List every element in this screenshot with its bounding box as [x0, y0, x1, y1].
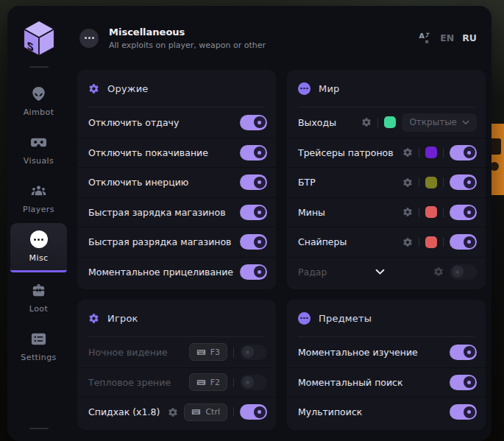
- row-label: Радар: [298, 267, 327, 278]
- row-label: Моментальное изучение: [298, 347, 418, 358]
- gear-icon[interactable]: [168, 407, 178, 417]
- left-column: Оружие Отключить отдачу Отключить покачи…: [77, 70, 276, 430]
- ellipsis-icon: [79, 29, 99, 48]
- sidebar-item-visuals[interactable]: Visuals: [10, 126, 67, 173]
- sidebar-top-divider: [29, 66, 49, 68]
- color-swatch[interactable]: [425, 147, 437, 158]
- hotkey-label: Ctrl: [205, 407, 220, 417]
- page-subtitle: All exploits on player, weapon or other: [109, 40, 266, 50]
- toggle-switch[interactable]: [450, 205, 477, 220]
- row-label: Спидхак (x1.8): [88, 406, 160, 417]
- toggle-switch[interactable]: [240, 234, 267, 250]
- section-header: Предметы: [298, 300, 475, 337]
- sidebar-item-aimbot[interactable]: Aimbot: [10, 77, 67, 124]
- sidebar-item-settings[interactable]: Settings: [10, 322, 67, 370]
- row-label: Тепловое зрение: [88, 377, 171, 388]
- toggle-switch[interactable]: [450, 345, 477, 360]
- hotkey-badge[interactable]: F3: [189, 343, 227, 361]
- divider: [233, 378, 234, 387]
- hotkey-badge[interactable]: Ctrl: [184, 403, 227, 421]
- row-label: БТР: [298, 177, 316, 188]
- section-items: Предметы Моментальное изучение Моменталь…: [287, 300, 486, 430]
- sg-cube-logo-icon: S G: [21, 19, 57, 59]
- row-fast-unload: Быстрая разрядка магазинов: [77, 227, 276, 257]
- page-header-text: Miscellaneous All exploits on player, we…: [109, 27, 266, 50]
- section-title: Игрок: [107, 313, 138, 324]
- section-player: Игрок Ночное видение F3: [77, 300, 276, 430]
- row-label: Мины: [298, 207, 325, 218]
- sidebar-item-misc[interactable]: Misc: [10, 223, 67, 272]
- toggle-switch[interactable]: [240, 375, 267, 390]
- sidebar-item-loot[interactable]: Loot: [10, 274, 67, 321]
- divider: [419, 237, 419, 247]
- keyboard-icon: [196, 347, 206, 357]
- lang-en-button[interactable]: EN: [440, 32, 454, 43]
- gear-icon[interactable]: [361, 117, 372, 127]
- toggle-switch[interactable]: [450, 404, 477, 420]
- gear-icon: [88, 313, 99, 324]
- color-swatch[interactable]: [384, 116, 396, 128]
- sidebar-item-label: Settings: [21, 353, 56, 362]
- section-header: Оружие: [88, 70, 265, 107]
- sidebar-item-label: Aimbot: [24, 107, 54, 117]
- toggle-switch[interactable]: [450, 234, 477, 250]
- dropdown-value: Открытые: [409, 117, 457, 127]
- toolbox-icon: [30, 282, 47, 299]
- row-mines: Мины: [287, 197, 486, 227]
- row-radar: Радар: [287, 257, 486, 287]
- row-label: Ночное видение: [88, 347, 168, 358]
- row-label: Отключить отдачу: [88, 117, 179, 128]
- hotkey-label: F2: [210, 378, 220, 387]
- toggle-switch[interactable]: [240, 404, 267, 420]
- sidebar-item-label: Misc: [29, 253, 49, 263]
- page-header: Miscellaneous All exploits on player, we…: [70, 6, 491, 70]
- translate-icon: [418, 31, 432, 45]
- toggle-switch[interactable]: [450, 375, 477, 390]
- lang-ru-button[interactable]: RU: [462, 32, 477, 43]
- section-world: Мир Выходы Открытые: [287, 70, 486, 289]
- toggle-switch[interactable]: [240, 345, 267, 360]
- row-instant-loot: Моментальный поиск: [287, 367, 486, 398]
- ellipsis-icon: [30, 230, 48, 248]
- dots-badge-icon: [298, 82, 310, 95]
- row-night-vision: Ночное видение F3: [77, 337, 276, 367]
- chevron-down-icon[interactable]: [375, 269, 385, 275]
- gear-icon[interactable]: [402, 207, 413, 217]
- vr-goggles-icon: [30, 134, 47, 151]
- app-logo[interactable]: S G: [21, 6, 57, 66]
- row-bullet-tracers: Трейсеры патронов: [287, 138, 486, 168]
- toggle-switch[interactable]: [450, 174, 477, 190]
- sidebar-item-label: Players: [23, 205, 54, 214]
- keyboard-icon: [191, 407, 201, 417]
- color-swatch[interactable]: [425, 206, 437, 218]
- toggle-switch[interactable]: [450, 264, 477, 280]
- color-swatch[interactable]: [425, 177, 437, 188]
- exits-dropdown[interactable]: Открытые: [402, 113, 477, 132]
- section-header: Игрок: [88, 300, 265, 337]
- toggle-switch[interactable]: [450, 145, 477, 160]
- row-label: Отключить покачивание: [88, 147, 208, 158]
- right-column: Мир Выходы Открытые: [287, 70, 486, 430]
- row-label: Отключить инерцию: [88, 177, 188, 188]
- toggle-switch[interactable]: [240, 145, 267, 160]
- toggle-switch[interactable]: [240, 115, 267, 130]
- divider: [233, 347, 234, 357]
- sidebar-item-players[interactable]: Players: [10, 174, 67, 222]
- gear-icon[interactable]: [433, 267, 444, 277]
- hotkey-label: F3: [210, 347, 220, 357]
- row-label: Быстрая разрядка магазинов: [88, 236, 231, 247]
- gear-icon[interactable]: [402, 147, 413, 158]
- divider: [233, 407, 234, 417]
- toggle-switch[interactable]: [240, 264, 267, 280]
- toggle-switch[interactable]: [240, 174, 267, 190]
- divider: [443, 148, 444, 158]
- gear-icon[interactable]: [402, 177, 413, 188]
- sidebar-item-label: Loot: [29, 304, 48, 314]
- list-icon: [30, 331, 47, 347]
- hotkey-badge[interactable]: F2: [189, 373, 227, 391]
- gear-icon[interactable]: [402, 237, 413, 247]
- toggle-switch[interactable]: [240, 205, 267, 220]
- color-swatch[interactable]: [425, 236, 437, 248]
- dots-badge-icon: [298, 312, 310, 325]
- gear-icon: [88, 83, 99, 94]
